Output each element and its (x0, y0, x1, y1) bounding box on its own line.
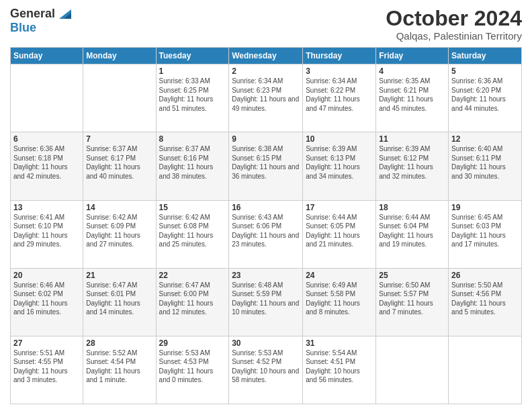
day-info: Sunrise: 5:53 AMSunset: 4:52 PMDaylight:… (232, 349, 299, 384)
col-tuesday: Tuesday (156, 48, 229, 64)
calendar-cell: 17Sunrise: 6:44 AMSunset: 6:05 PMDayligh… (303, 200, 376, 268)
calendar-cell: 19Sunrise: 6:45 AMSunset: 6:03 PMDayligh… (449, 200, 522, 268)
day-info: Sunrise: 6:34 AMSunset: 6:23 PMDaylight:… (232, 77, 299, 112)
calendar-cell: 11Sunrise: 6:39 AMSunset: 6:12 PMDayligh… (376, 132, 449, 200)
day-info: Sunrise: 5:53 AMSunset: 4:53 PMDaylight:… (159, 349, 214, 384)
day-info: Sunrise: 6:42 AMSunset: 6:09 PMDaylight:… (86, 214, 140, 248)
day-number: 21 (86, 271, 152, 280)
calendar-cell: 15Sunrise: 6:42 AMSunset: 6:08 PMDayligh… (156, 200, 229, 268)
day-number: 4 (379, 66, 445, 76)
calendar-cell: 14Sunrise: 6:42 AMSunset: 6:09 PMDayligh… (83, 200, 156, 268)
calendar-cell: 18Sunrise: 6:44 AMSunset: 6:04 PMDayligh… (376, 200, 449, 268)
day-number: 26 (451, 271, 519, 280)
calendar-cell: 10Sunrise: 6:39 AMSunset: 6:13 PMDayligh… (303, 132, 376, 200)
calendar-cell: 8Sunrise: 6:37 AMSunset: 6:16 PMDaylight… (156, 132, 229, 200)
day-number: 28 (86, 338, 152, 348)
day-number: 6 (13, 134, 80, 144)
logo-general: General (10, 7, 55, 21)
day-number: 15 (159, 203, 226, 212)
day-info: Sunrise: 6:37 AMSunset: 6:17 PMDaylight:… (86, 145, 140, 180)
calendar-cell: 22Sunrise: 6:47 AMSunset: 6:00 PMDayligh… (156, 268, 229, 336)
day-number: 14 (86, 203, 152, 212)
logo-blue: Blue (10, 21, 36, 35)
calendar-cell: 1Sunrise: 6:33 AMSunset: 6:25 PMDaylight… (156, 64, 229, 132)
calendar-cell: 29Sunrise: 5:53 AMSunset: 4:53 PMDayligh… (156, 336, 229, 404)
day-number: 31 (306, 338, 373, 348)
day-number: 27 (13, 338, 80, 348)
day-info: Sunrise: 6:36 AMSunset: 6:20 PMDaylight:… (451, 77, 506, 112)
calendar-cell: 24Sunrise: 6:49 AMSunset: 5:58 PMDayligh… (303, 268, 376, 336)
day-number: 17 (306, 203, 373, 212)
day-number: 7 (86, 134, 152, 144)
calendar-cell: 27Sunrise: 5:51 AMSunset: 4:55 PMDayligh… (11, 336, 83, 404)
calendar-week-row: 1Sunrise: 6:33 AMSunset: 6:25 PMDaylight… (11, 64, 522, 132)
day-info: Sunrise: 5:54 AMSunset: 4:51 PMDaylight:… (306, 349, 360, 384)
calendar-table: Sunday Monday Tuesday Wednesday Thursday… (10, 47, 522, 404)
calendar-cell: 20Sunrise: 6:46 AMSunset: 6:02 PMDayligh… (11, 268, 83, 336)
calendar-cell: 21Sunrise: 6:47 AMSunset: 6:01 PMDayligh… (83, 268, 156, 336)
calendar-cell: 5Sunrise: 6:36 AMSunset: 6:20 PMDaylight… (449, 64, 522, 132)
day-number: 2 (232, 66, 300, 76)
calendar-cell: 23Sunrise: 6:48 AMSunset: 5:59 PMDayligh… (229, 268, 303, 336)
logo: General Blue (10, 7, 71, 35)
day-info: Sunrise: 6:40 AMSunset: 6:11 PMDaylight:… (451, 145, 506, 180)
day-number: 24 (306, 271, 373, 280)
day-info: Sunrise: 6:47 AMSunset: 6:00 PMDaylight:… (159, 281, 214, 316)
day-info: Sunrise: 6:33 AMSunset: 6:25 PMDaylight:… (159, 77, 214, 112)
day-info: Sunrise: 6:42 AMSunset: 6:08 PMDaylight:… (159, 214, 214, 248)
col-sunday: Sunday (11, 48, 83, 64)
title-block: October 2024 Qalqas, Palestinian Territo… (386, 7, 522, 42)
calendar-cell: 12Sunrise: 6:40 AMSunset: 6:11 PMDayligh… (449, 132, 522, 200)
day-info: Sunrise: 6:34 AMSunset: 6:22 PMDaylight:… (306, 77, 360, 112)
calendar-cell: 28Sunrise: 5:52 AMSunset: 4:54 PMDayligh… (83, 336, 156, 404)
calendar-week-row: 6Sunrise: 6:36 AMSunset: 6:18 PMDaylight… (11, 132, 522, 200)
day-info: Sunrise: 6:45 AMSunset: 6:03 PMDaylight:… (451, 214, 506, 248)
day-info: Sunrise: 6:49 AMSunset: 5:58 PMDaylight:… (306, 281, 360, 316)
page: General Blue October 2024 Qalqas, Palest… (0, 0, 532, 411)
day-number: 12 (451, 134, 519, 144)
calendar-cell: 31Sunrise: 5:54 AMSunset: 4:51 PMDayligh… (303, 336, 376, 404)
calendar-cell: 30Sunrise: 5:53 AMSunset: 4:52 PMDayligh… (229, 336, 303, 404)
day-number: 18 (379, 203, 445, 212)
day-number: 30 (232, 338, 300, 348)
day-info: Sunrise: 6:47 AMSunset: 6:01 PMDaylight:… (86, 281, 140, 316)
day-number: 29 (159, 338, 226, 348)
day-info: Sunrise: 6:46 AMSunset: 6:02 PMDaylight:… (13, 281, 68, 316)
calendar-cell (449, 336, 522, 404)
day-number: 16 (232, 203, 300, 212)
day-info: Sunrise: 5:51 AMSunset: 4:55 PMDaylight:… (13, 349, 68, 384)
calendar-cell: 16Sunrise: 6:43 AMSunset: 6:06 PMDayligh… (229, 200, 303, 268)
day-info: Sunrise: 6:39 AMSunset: 6:13 PMDaylight:… (306, 145, 360, 180)
logo-triangle-icon (56, 7, 71, 21)
day-number: 11 (379, 134, 445, 144)
day-info: Sunrise: 6:37 AMSunset: 6:16 PMDaylight:… (159, 145, 214, 180)
day-info: Sunrise: 6:36 AMSunset: 6:18 PMDaylight:… (13, 145, 68, 180)
calendar-cell: 7Sunrise: 6:37 AMSunset: 6:17 PMDaylight… (83, 132, 156, 200)
calendar-cell (11, 64, 83, 132)
day-number: 13 (13, 203, 80, 212)
col-saturday: Saturday (449, 48, 522, 64)
calendar-cell: 13Sunrise: 6:41 AMSunset: 6:10 PMDayligh… (11, 200, 83, 268)
calendar-week-row: 20Sunrise: 6:46 AMSunset: 6:02 PMDayligh… (11, 268, 522, 336)
day-number: 19 (451, 203, 519, 212)
day-number: 25 (379, 271, 445, 280)
col-wednesday: Wednesday (229, 48, 303, 64)
day-info: Sunrise: 5:52 AMSunset: 4:54 PMDaylight:… (86, 349, 140, 384)
day-number: 23 (232, 271, 300, 280)
location-title: Qalqas, Palestinian Territory (386, 30, 522, 42)
calendar-cell: 2Sunrise: 6:34 AMSunset: 6:23 PMDaylight… (229, 64, 303, 132)
day-number: 9 (232, 134, 300, 144)
day-info: Sunrise: 6:50 AMSunset: 5:57 PMDaylight:… (379, 281, 433, 316)
day-info: Sunrise: 6:44 AMSunset: 6:04 PMDaylight:… (379, 214, 433, 248)
day-info: Sunrise: 6:43 AMSunset: 6:06 PMDaylight:… (232, 214, 299, 248)
day-info: Sunrise: 5:50 AMSunset: 4:56 PMDaylight:… (451, 281, 506, 316)
day-number: 5 (451, 66, 519, 76)
calendar-cell: 25Sunrise: 6:50 AMSunset: 5:57 PMDayligh… (376, 268, 449, 336)
day-number: 1 (159, 66, 226, 76)
col-thursday: Thursday (303, 48, 376, 64)
calendar-week-row: 13Sunrise: 6:41 AMSunset: 6:10 PMDayligh… (11, 200, 522, 268)
calendar-cell: 4Sunrise: 6:35 AMSunset: 6:21 PMDaylight… (376, 64, 449, 132)
day-info: Sunrise: 6:39 AMSunset: 6:12 PMDaylight:… (379, 145, 433, 180)
calendar-cell (376, 336, 449, 404)
col-monday: Monday (83, 48, 156, 64)
